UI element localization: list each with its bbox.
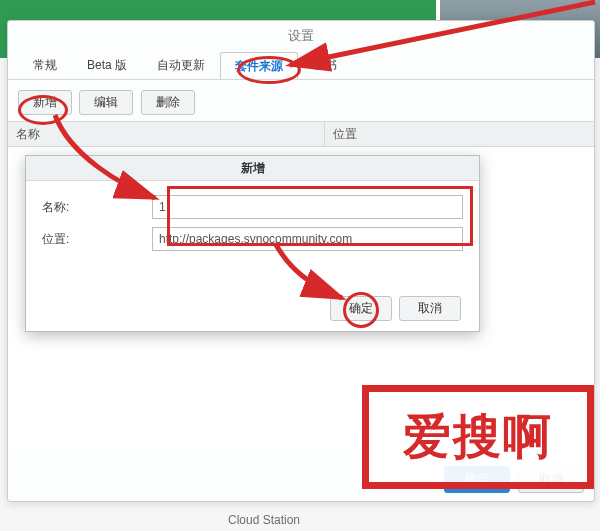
col-location[interactable]: 位置 (324, 122, 594, 146)
annotation-circle-tab (237, 56, 301, 84)
tab-auto-update[interactable]: 自动更新 (142, 51, 220, 78)
dialog-cancel-button[interactable]: 取消 (399, 296, 461, 321)
grid-header: 名称 位置 (8, 121, 594, 147)
action-bar: 新增 编辑 删除 (8, 80, 594, 121)
tab-bar: 常规 Beta 版 自动更新 套件来源 证书 (8, 51, 594, 80)
col-name[interactable]: 名称 (8, 122, 324, 146)
edit-button[interactable]: 编辑 (79, 90, 133, 115)
name-label: 名称: (42, 199, 152, 216)
annotation-circle-ok (343, 292, 379, 328)
annotation-rect-inputs (167, 186, 473, 246)
cloud-station-label: Cloud Station (228, 513, 300, 527)
remove-button[interactable]: 删除 (141, 90, 195, 115)
location-label: 位置: (42, 231, 152, 248)
tab-beta[interactable]: Beta 版 (72, 51, 142, 78)
tab-general[interactable]: 常规 (18, 51, 72, 78)
annotation-circle-add (18, 95, 68, 125)
window-title: 设置 (8, 21, 594, 51)
tab-certificate[interactable]: 证书 (298, 51, 352, 78)
dialog-title: 新增 (26, 156, 479, 181)
watermark: 爱搜啊 (362, 385, 594, 489)
